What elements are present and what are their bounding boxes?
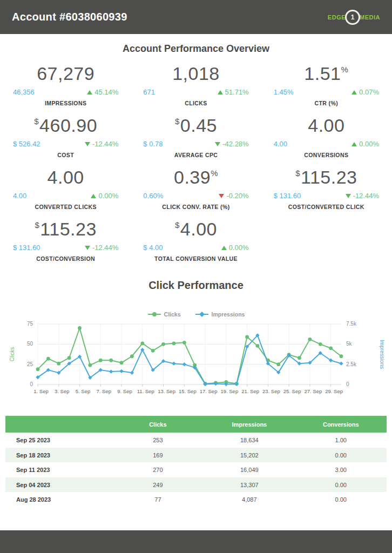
legend-marker-icon [195, 312, 209, 317]
svg-text:0: 0 [30, 381, 33, 387]
overview-section-title: Account Performance Overview [0, 43, 392, 55]
kpi-card-clicks: 1,01867151.71%CLICKS [138, 58, 254, 110]
kpi-value: 4.00 [273, 115, 380, 136]
kpi-value: 67,279 [12, 63, 119, 84]
kpi-label: IMPRESSIONS [12, 100, 119, 106]
kpi-label: COST/CONVERSION [12, 255, 119, 262]
svg-text:5k: 5k [346, 341, 353, 347]
down-triangle-icon [85, 246, 90, 250]
table-row: Sep 25 202325318,6341.00 [5, 433, 387, 448]
legend-label: Clicks [164, 311, 181, 318]
legend-item-clicks[interactable]: Clicks [147, 311, 181, 318]
row-value: 249 [112, 477, 204, 493]
row-value: 77 [112, 492, 204, 507]
row-date: Sep 04 2023 [5, 477, 112, 493]
kpi-card-converted-clicks: 4.004.000.00%CONVERTED CLICKS [8, 161, 124, 213]
kpi-previous-value: 0.60% [143, 192, 163, 200]
row-date: Aug 28 2023 [5, 492, 112, 507]
row-value: 270 [112, 462, 204, 477]
kpi-previous-value: $ 131.60 [13, 244, 40, 252]
click-performance-title: Click Performance [0, 279, 392, 292]
logo-text-left: EDGE [328, 14, 346, 21]
kpi-value: $4.00 [142, 219, 249, 240]
kpi-delta: 51.71% [218, 88, 249, 96]
row-date: Sep 18 2023 [5, 448, 112, 463]
chart-legend: ClicksImpressions [0, 311, 392, 318]
down-triangle-icon [219, 194, 224, 198]
kpi-card-total-conversion-value: $4.00$ 4.000.00%TOTAL CONVERSION VALUE [138, 213, 254, 265]
kpi-value: $115.23 [12, 219, 119, 240]
kpi-delta: 0.00% [221, 244, 249, 252]
kpi-delta: 0.00% [91, 192, 118, 200]
row-value: 0.00 [295, 492, 387, 507]
row-value: 13,307 [204, 477, 295, 493]
up-triangle-icon [352, 90, 357, 95]
column-header-clicks: Clicks [112, 416, 204, 433]
page-header: Account #6038060939 EDGE 1 MEDIA [0, 0, 392, 34]
svg-text:0: 0 [346, 381, 349, 387]
kpi-card-impressions: 67,27946,35645.14%IMPRESSIONS [8, 58, 124, 110]
row-value: 1.00 [295, 433, 387, 448]
svg-text:50: 50 [27, 341, 33, 347]
kpi-value: 4.00 [12, 167, 119, 188]
kpi-delta: -12.44% [346, 192, 379, 200]
kpi-label: CONVERTED CLICKS [12, 204, 119, 210]
edge-one-media-logo: EDGE 1 MEDIA [328, 10, 380, 25]
kpi-label: COST [12, 152, 119, 158]
kpi-delta: -0.20% [219, 192, 248, 200]
kpi-label: COST/CONVERTED CLICK [273, 204, 380, 210]
svg-text:Impressions: Impressions [379, 340, 385, 369]
kpi-previous-value: $ 0.78 [143, 140, 163, 148]
svg-text:23. Sep: 23. Sep [262, 388, 280, 394]
legend-item-impressions[interactable]: Impressions [195, 311, 245, 318]
logo-text-right: MEDIA [360, 14, 380, 21]
svg-text:27. Sep: 27. Sep [304, 388, 322, 394]
kpi-delta: 45.14% [87, 88, 118, 96]
kpi-delta: -12.44% [85, 244, 118, 252]
kpi-card-ctr: 1.51%1.45%0.07%CTR (%) [268, 58, 384, 110]
up-triangle-icon [87, 90, 92, 95]
svg-text:17. Sep: 17. Sep [200, 388, 218, 394]
table-row: Sep 18 202316915,2020.00 [5, 448, 387, 463]
kpi-delta: 0.00% [352, 140, 379, 148]
row-value: 4,087 [204, 492, 295, 507]
svg-text:7. Sep: 7. Sep [97, 388, 111, 394]
svg-text:25: 25 [27, 361, 33, 367]
weekly-stats-table: ClicksImpressionsConversions Sep 25 2023… [5, 416, 387, 507]
svg-text:Clicks: Clicks [9, 347, 15, 362]
kpi-previous-value: $ 131.60 [274, 192, 301, 200]
svg-text:75: 75 [27, 321, 33, 327]
kpi-value: $115.23 [273, 167, 380, 188]
kpi-card-average-cpc: $0.45$ 0.78-42.28%AVERAGE CPC [138, 110, 254, 161]
kpi-card-cost: $460.90$ 526.42-12.44%COST [8, 110, 124, 161]
up-triangle-icon [221, 246, 227, 250]
kpi-delta: -42.28% [215, 140, 248, 148]
column-header-impressions: Impressions [204, 416, 295, 433]
kpi-card-cost-conversion: $115.23$ 131.60-12.44%COST/CONVERSION [8, 213, 124, 265]
kpi-card-click-conv-rate: 0.39%0.60%-0.20%CLICK CONV. RATE (%) [138, 161, 254, 213]
click-performance-chart: 00252.5k505k757.5k1. Sep3. Sep5. Sep7. S… [0, 318, 392, 414]
kpi-value: $0.45 [142, 115, 249, 136]
table-header: ClicksImpressionsConversions [5, 416, 387, 433]
page-title: Account #6038060939 [12, 11, 127, 23]
kpi-value: 1,018 [142, 63, 249, 84]
svg-text:25. Sep: 25. Sep [283, 388, 301, 394]
svg-text:21. Sep: 21. Sep [241, 388, 259, 394]
down-triangle-icon [85, 142, 90, 146]
kpi-card-cost-converted-click: $115.23$ 131.60-12.44%COST/CONVERTED CLI… [268, 161, 384, 213]
svg-text:2.5k: 2.5k [346, 361, 357, 367]
column-header-conversions: Conversions [295, 416, 387, 433]
column-header-date [5, 416, 112, 433]
row-value: 253 [112, 433, 204, 448]
kpi-label: AVERAGE CPC [142, 152, 249, 158]
kpi-label: CLICKS [142, 100, 249, 106]
kpi-value: $460.90 [12, 115, 119, 136]
table-row: Sep 04 202324913,3070.00 [5, 477, 387, 493]
row-value: 169 [112, 448, 204, 463]
svg-text:19. Sep: 19. Sep [220, 388, 238, 394]
svg-text:15. Sep: 15. Sep [179, 388, 197, 394]
svg-text:7.5k: 7.5k [346, 321, 357, 327]
kpi-previous-value: 1.45% [274, 88, 294, 96]
kpi-previous-value: $ 526.42 [13, 140, 40, 148]
row-date: Sep 25 2023 [5, 433, 112, 448]
